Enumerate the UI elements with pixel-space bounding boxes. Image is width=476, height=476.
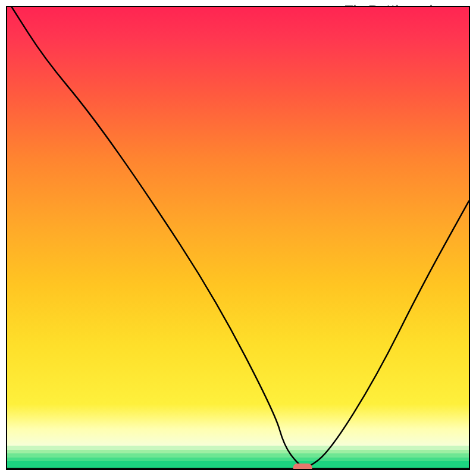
bottleneck-curve [12,7,469,467]
minimum-marker [293,464,312,469]
chart-overlay-svg [7,7,469,469]
chart-plot-area [6,6,470,470]
